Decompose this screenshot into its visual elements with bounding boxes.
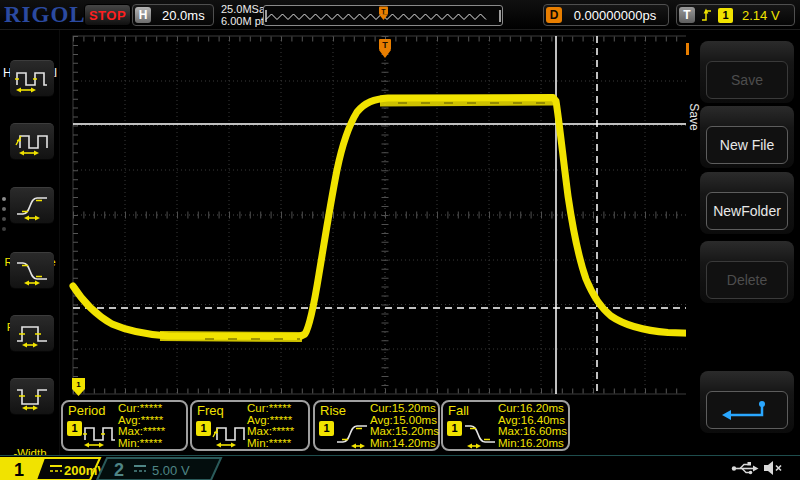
preview-wave: T (264, 6, 502, 25)
timebase-readout: 20.0ms (162, 8, 205, 23)
scroll-dot (2, 197, 6, 201)
delay-readout: 0.00000000ps (562, 8, 668, 23)
menu-slot: New File (700, 106, 794, 168)
fall-meas-icon (462, 419, 498, 449)
trigger-status-box: T 1 2.14 V (676, 4, 795, 26)
sidebar-item-period[interactable] (10, 60, 54, 97)
channel-status-bar: 1 200mV 2 5.00 V (0, 455, 800, 480)
preview-trigger-flag-icon[interactable]: T (379, 7, 388, 21)
measurement-values: Cur:16.20ms Avg:16.40ms Max:16.60ms Min:… (498, 403, 567, 449)
channel-badge: 1 (319, 421, 334, 436)
channel-2-scale: 5.00 V (152, 463, 190, 478)
measurement-period-box: Period 1 Cur:***** Avg:***** Max:***** M… (61, 400, 188, 451)
freq-icon (14, 127, 50, 157)
channel-2-indicator[interactable]: 2 5.00 V (96, 457, 223, 480)
channel-2-number: 2 (114, 460, 124, 480)
save-menu-tab: Save (687, 97, 701, 137)
d-badge: D (546, 7, 562, 23)
oscilloscope-screen: T 1 RIGOL STOP H 20.0ms 25.0MSa/s 6.00M … (0, 0, 800, 480)
horizontal-delay-box: D 0.00000000ps (543, 4, 669, 26)
menu-item-return[interactable] (706, 391, 788, 429)
left-measure-menu: Horizontal Period Freq (0, 30, 60, 455)
menu-item-new-folder[interactable]: NewFolder (706, 192, 788, 230)
measurement-values: Cur:15.20ms Avg:15.00ms Max:15.20ms Min:… (370, 403, 439, 449)
waveform-preview-bar[interactable]: T (263, 5, 503, 26)
trigger-source-badge: 1 (718, 8, 733, 23)
h-badge: H (135, 7, 151, 23)
top-status-bar: RIGOL STOP H 20.0ms 25.0MSa/s 6.00M pts … (0, 0, 800, 30)
channel-badge: 1 (67, 421, 82, 436)
sidebar-item-fall-time[interactable] (10, 252, 54, 289)
sidebar-item-rise-time[interactable] (10, 187, 54, 224)
menu-slot: Delete (700, 241, 794, 303)
scroll-dot (2, 207, 6, 211)
t-badge: T (679, 7, 695, 23)
rise-time-icon (14, 191, 50, 221)
menu-item-save[interactable]: Save (706, 61, 788, 99)
measurement-name: Period (68, 403, 106, 418)
menu-slot (700, 371, 794, 433)
period-meas-icon (82, 419, 118, 449)
usb-icon (731, 461, 759, 476)
measurement-name: Fall (448, 403, 469, 418)
menu-slot: Save (700, 41, 794, 103)
measurement-name: Rise (320, 403, 346, 418)
trigger-position-marker-icon[interactable]: T (379, 39, 391, 58)
period-icon (14, 64, 50, 94)
channel-1-number: 1 (14, 460, 24, 480)
svg-text:T: T (382, 40, 388, 50)
channel-badge: 1 (196, 421, 211, 436)
sidebar-item-minus-width[interactable] (10, 378, 54, 415)
run-state-indicator: STOP (84, 4, 131, 26)
svg-text:1: 1 (76, 380, 81, 389)
measurement-rise-box: Rise 1 Cur:15.20ms Avg:15.00ms Max:15.20… (313, 400, 440, 451)
plus-width-icon (14, 319, 50, 349)
menu-slot: NewFolder (700, 172, 794, 234)
measurement-values: Cur:***** Avg:***** Max:***** Min:***** (247, 403, 294, 449)
menu-item-new-file[interactable]: New File (706, 126, 788, 164)
menu-page-indicator (686, 43, 689, 55)
menu-item-delete[interactable]: Delete (706, 261, 788, 299)
rise-meas-icon (334, 419, 370, 449)
sidebar-item-freq[interactable] (10, 123, 54, 160)
measurement-freq-box: Freq 1 Cur:***** Avg:***** Max:***** Min… (190, 400, 310, 451)
scroll-dot (2, 227, 6, 231)
measurement-name: Freq (197, 403, 224, 418)
svg-text:T: T (381, 8, 386, 15)
fall-time-icon (14, 256, 50, 286)
minus-width-icon (14, 382, 50, 412)
rigol-logo: RIGOL (4, 2, 86, 28)
channel-1-indicator[interactable]: 1 200mV (0, 457, 102, 480)
trigger-level-readout: 2.14 V (742, 8, 780, 23)
horizontal-timebase-box: H 20.0ms (132, 4, 214, 26)
speaker-muted-icon (763, 460, 783, 476)
measurement-values: Cur:***** Avg:***** Max:***** Min:***** (118, 403, 165, 449)
sidebar-item-plus-width[interactable] (10, 315, 54, 352)
return-arrow-icon (718, 396, 776, 424)
channel-badge: 1 (447, 421, 462, 436)
trigger-slope-rising-icon (700, 7, 713, 23)
measurement-fall-box: Fall 1 Cur:16.20ms Avg:16.40ms Max:16.60… (441, 400, 570, 451)
freq-meas-icon (211, 419, 247, 449)
scroll-dot (2, 217, 6, 221)
